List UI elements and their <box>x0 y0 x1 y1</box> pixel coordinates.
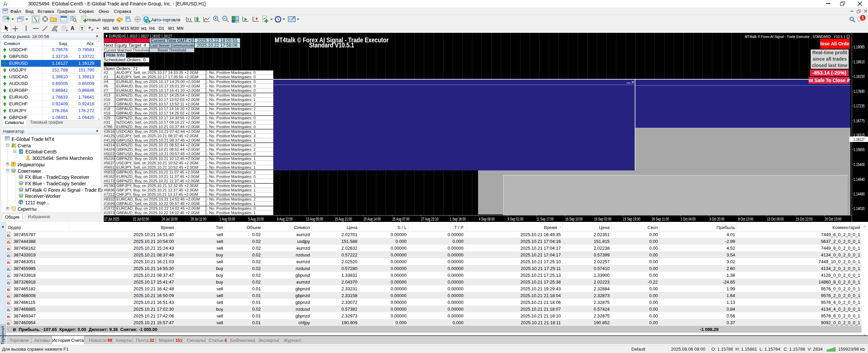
svg-text:F: F <box>66 29 68 32</box>
svg-text:T: T <box>81 26 83 31</box>
svg-text:E: E <box>56 29 58 32</box>
